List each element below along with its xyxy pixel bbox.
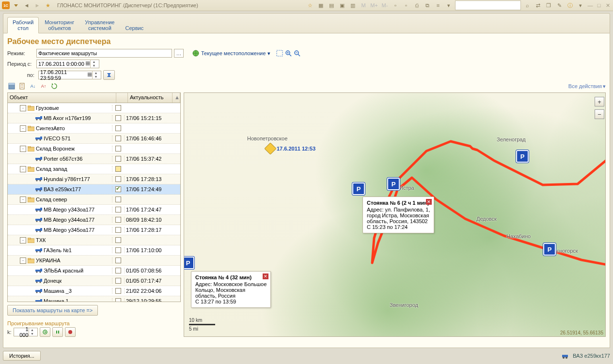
- m-icon[interactable]: M: [359, 1, 368, 9]
- link-icon[interactable]: ⇄: [534, 1, 542, 9]
- tree-toggle-icon[interactable]: -: [20, 166, 26, 172]
- zoom-out-icon[interactable]: [294, 50, 300, 57]
- tree-leaf[interactable]: Porter о567ст3617/06 15:37:42: [8, 154, 180, 164]
- row-checkbox[interactable]: [115, 166, 121, 172]
- all-actions-menu[interactable]: Все действия ▾: [568, 83, 606, 90]
- star-icon[interactable]: ☆: [306, 1, 314, 9]
- dropdown2-icon[interactable]: ▾: [444, 1, 453, 9]
- tree-folder[interactable]: -УКРАИНА: [8, 256, 180, 266]
- tree-toggle-icon[interactable]: -: [20, 197, 26, 203]
- doc-icon[interactable]: ▫: [391, 1, 400, 9]
- row-checkbox[interactable]: [115, 156, 121, 162]
- current-location-link[interactable]: Текущее местоположение: [201, 50, 266, 56]
- doc2-icon[interactable]: ▫: [402, 1, 410, 9]
- calendar-icon[interactable]: ▥: [348, 1, 357, 9]
- sort-asc-icon[interactable]: A↓: [29, 82, 37, 91]
- k-field[interactable]: 1 000 ▲▼: [14, 328, 38, 336]
- callout-close-icon[interactable]: ✕: [426, 199, 432, 205]
- vehicle-timestamp-marker[interactable]: 17.6.2011 12:53: [266, 144, 315, 153]
- wrench-icon[interactable]: ✎: [555, 1, 564, 9]
- mminus-icon[interactable]: M-: [380, 1, 389, 9]
- parking-marker[interactable]: P: [387, 178, 400, 190]
- mode-ellipsis-button[interactable]: …: [174, 49, 184, 58]
- row-checkbox[interactable]: [115, 237, 121, 243]
- map-zoom-out-button[interactable]: −: [595, 109, 604, 119]
- col-check-header[interactable]: [116, 93, 128, 103]
- table-icon[interactable]: ▤: [327, 1, 336, 9]
- globe-icon[interactable]: [192, 50, 199, 57]
- report-icon[interactable]: [18, 82, 27, 91]
- tree-leaf[interactable]: ЭЛЬБА красный01/05 07:08:56: [8, 266, 180, 276]
- objects-tree[interactable]: -ГрузовыеMB Axor н176кт19917/06 15:21:15…: [7, 103, 181, 302]
- tree-leaf[interactable]: ВАЗ е259кх17717/06 17:24:49: [8, 184, 180, 195]
- parking-marker[interactable]: P: [516, 150, 529, 163]
- col-date-header[interactable]: Актуальность: [128, 93, 173, 103]
- period-to-field[interactable]: 17.06.2011 23:59:59 ▦ ▲▼: [38, 71, 101, 79]
- refresh-icon[interactable]: [50, 82, 59, 91]
- table-view-icon[interactable]: [7, 82, 16, 91]
- parking-marker[interactable]: P: [184, 257, 194, 269]
- sort-desc-icon[interactable]: A↑: [39, 82, 48, 91]
- select-tool-icon[interactable]: [276, 50, 283, 57]
- tree-leaf[interactable]: IVECO 57117/06 16:46:46: [8, 134, 180, 144]
- col-object-header[interactable]: Объект: [8, 93, 116, 103]
- tab-управление-системой[interactable]: Управлениесистемой: [80, 17, 119, 33]
- tree-folder[interactable]: -СинтезАвто: [8, 123, 180, 134]
- close-icon[interactable]: ✕: [604, 2, 611, 9]
- row-checkbox[interactable]: [115, 268, 121, 273]
- tree-leaf[interactable]: Машина 129/12 10:29:55: [8, 296, 180, 302]
- row-checkbox[interactable]: [115, 176, 121, 182]
- tree-leaf[interactable]: Hyundai у786тт17717/06 17:28:13: [8, 174, 180, 184]
- calendar-icon[interactable]: ▦: [87, 71, 92, 79]
- tree-folder[interactable]: -Грузовые: [8, 103, 180, 113]
- tree-folder[interactable]: -Склад Воронеж: [8, 144, 180, 154]
- history-button[interactable]: История...: [3, 351, 41, 361]
- title-search-input[interactable]: [455, 0, 521, 10]
- map-view[interactable]: + − 10 km 5 mi 26.51914, 55.66135 Новопе…: [184, 92, 606, 337]
- row-checkbox[interactable]: [115, 125, 121, 131]
- tree-folder[interactable]: -Склад запад: [8, 164, 180, 174]
- row-checkbox[interactable]: [115, 136, 121, 141]
- tree-leaf[interactable]: MB Axor н176кт19917/06 15:21:15: [8, 113, 180, 123]
- tab-мониторинг-объектов[interactable]: Мониторингобъектов: [40, 17, 79, 33]
- tree-leaf[interactable]: MB Atego у343оа17717/06 17:24:47: [8, 205, 180, 215]
- tree-toggle-icon[interactable]: -: [20, 146, 26, 152]
- row-checkbox[interactable]: [115, 298, 121, 302]
- tree-leaf[interactable]: ГАЗель №117/06 17:10:00: [8, 245, 180, 256]
- tree-toggle-icon[interactable]: -: [20, 105, 26, 111]
- print-icon[interactable]: ⎙: [412, 1, 421, 9]
- favorite-icon[interactable]: ★: [44, 1, 52, 9]
- row-checkbox[interactable]: [115, 258, 121, 263]
- mplus-icon[interactable]: M+: [370, 1, 378, 9]
- apply-period-button[interactable]: [103, 70, 115, 80]
- info-icon[interactable]: ⓘ: [566, 1, 574, 9]
- row-checkbox[interactable]: [115, 115, 121, 121]
- nav-back-icon[interactable]: ◄: [22, 1, 31, 9]
- mode-field[interactable]: Фактические маршруты: [36, 49, 172, 58]
- period-from-field[interactable]: 17.06.2011 0:00:00 ▦ ▲▼: [36, 60, 99, 68]
- clipboard-icon[interactable]: ▦: [316, 1, 325, 9]
- row-checkbox[interactable]: [115, 186, 121, 192]
- row-checkbox[interactable]: [115, 227, 121, 233]
- tree-leaf[interactable]: MB Atego у344оа17708/09 18:42:10: [8, 215, 180, 225]
- tree-leaf[interactable]: Донецк01/05 07:17:47: [8, 276, 180, 286]
- search-icon[interactable]: ⌕: [523, 1, 532, 9]
- row-checkbox[interactable]: [115, 217, 121, 223]
- row-checkbox[interactable]: [115, 146, 121, 152]
- nav-fwd-icon[interactable]: ►: [33, 1, 42, 9]
- tree-folder[interactable]: -Склад север: [8, 195, 180, 205]
- record-button[interactable]: [65, 327, 76, 337]
- maximize-icon[interactable]: □: [596, 2, 602, 8]
- tab-рабочий-стол[interactable]: Рабочийстол: [7, 17, 39, 33]
- row-checkbox[interactable]: [115, 207, 121, 212]
- row-checkbox[interactable]: [115, 247, 121, 253]
- play-button[interactable]: [40, 327, 50, 337]
- row-checkbox[interactable]: [115, 288, 121, 294]
- pause-button[interactable]: [52, 327, 63, 337]
- row-checkbox[interactable]: [115, 197, 121, 202]
- show-routes-button[interactable]: Показать маршруты на карте =>: [7, 305, 98, 316]
- windows-icon[interactable]: ❐: [544, 1, 553, 9]
- zoom-in-icon[interactable]: [285, 50, 292, 57]
- chevron-down-icon[interactable]: ▾: [267, 50, 270, 57]
- dropdown-icon[interactable]: [12, 1, 20, 9]
